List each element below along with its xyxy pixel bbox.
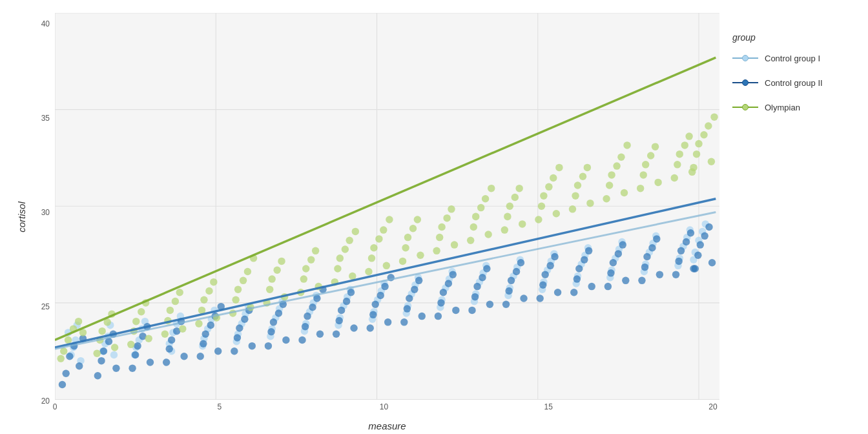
svg-point-235	[65, 336, 72, 344]
svg-point-147	[249, 342, 256, 350]
svg-point-335	[569, 205, 576, 213]
svg-point-241	[98, 327, 105, 335]
svg-point-140	[214, 347, 222, 355]
x-axis-label: measure	[55, 420, 719, 431]
svg-point-217	[643, 253, 650, 261]
svg-point-223	[677, 247, 685, 255]
svg-point-156	[309, 304, 316, 311]
svg-point-350	[681, 141, 688, 149]
svg-point-220	[641, 264, 648, 271]
svg-point-273	[273, 266, 280, 274]
svg-point-188	[479, 274, 486, 282]
svg-point-137	[207, 322, 214, 329]
svg-point-291	[370, 244, 377, 252]
svg-point-322	[501, 226, 508, 234]
svg-point-193	[508, 277, 515, 285]
legend-icon-control1	[732, 52, 758, 65]
svg-point-231	[705, 223, 712, 231]
svg-point-312	[482, 195, 489, 203]
svg-point-197	[520, 294, 527, 302]
svg-point-349	[676, 150, 683, 158]
svg-point-315	[467, 236, 474, 244]
svg-point-134	[180, 353, 187, 360]
svg-point-154	[265, 342, 272, 350]
svg-point-182	[445, 280, 452, 287]
svg-point-233	[708, 259, 716, 267]
svg-point-304	[438, 223, 445, 231]
svg-point-305	[443, 214, 450, 222]
svg-point-296	[365, 268, 372, 276]
svg-point-260	[205, 287, 212, 295]
svg-point-191	[486, 300, 493, 308]
svg-point-209	[588, 283, 595, 291]
svg-point-211	[610, 259, 617, 267]
svg-point-337	[613, 162, 620, 170]
svg-point-124	[134, 342, 141, 350]
svg-point-330	[574, 181, 581, 189]
svg-point-327	[553, 210, 560, 218]
svg-point-287	[334, 265, 341, 273]
svg-point-278	[302, 265, 309, 273]
svg-point-21	[110, 351, 118, 359]
svg-point-301	[402, 244, 409, 252]
svg-point-172	[384, 318, 391, 326]
svg-point-268	[232, 296, 239, 304]
svg-point-148	[231, 347, 238, 355]
svg-point-187	[473, 283, 480, 291]
svg-point-200	[546, 262, 553, 270]
svg-point-255	[176, 289, 183, 296]
svg-point-206	[581, 256, 588, 264]
svg-point-310	[472, 213, 479, 221]
svg-point-247	[132, 318, 140, 326]
svg-point-358	[693, 150, 700, 158]
svg-point-341	[603, 195, 610, 203]
chart-body: 0 5 10 15 20 measure	[55, 13, 719, 431]
svg-point-307	[436, 234, 443, 242]
svg-point-175	[406, 294, 413, 302]
svg-point-254	[172, 298, 179, 305]
svg-point-361	[710, 113, 718, 121]
svg-point-190	[471, 293, 479, 301]
svg-point-357	[705, 122, 712, 130]
svg-point-297	[386, 216, 393, 223]
svg-point-252	[127, 341, 134, 349]
svg-point-234	[692, 265, 699, 273]
legend-label-olympian: Olympian	[765, 103, 800, 112]
svg-point-186	[435, 313, 442, 320]
svg-point-169	[377, 292, 384, 300]
svg-point-240	[57, 355, 64, 362]
svg-point-299	[409, 225, 417, 232]
x-tick-5: 5	[213, 402, 226, 419]
svg-point-163	[343, 298, 350, 305]
svg-point-356	[700, 131, 707, 139]
svg-point-300	[414, 216, 421, 223]
svg-point-281	[300, 275, 307, 283]
svg-point-228	[672, 271, 679, 278]
svg-point-171	[369, 311, 377, 319]
svg-point-286	[346, 236, 353, 244]
svg-point-198	[502, 300, 510, 308]
svg-point-181	[440, 289, 447, 296]
svg-point-208	[574, 275, 581, 283]
svg-point-194	[513, 268, 520, 276]
svg-point-279	[307, 256, 315, 264]
legend-icon-control2	[732, 76, 758, 89]
svg-point-204	[536, 294, 543, 302]
svg-point-317	[506, 203, 513, 211]
x-tick-20: 20	[707, 402, 719, 419]
svg-point-346	[640, 171, 647, 179]
svg-point-294	[368, 254, 375, 262]
svg-point-189	[483, 265, 490, 273]
svg-point-144	[241, 315, 248, 323]
svg-point-343	[642, 161, 649, 169]
svg-point-133	[166, 346, 173, 353]
svg-point-114	[76, 362, 83, 370]
svg-point-334	[586, 200, 594, 207]
svg-point-311	[477, 204, 484, 212]
svg-point-303	[399, 258, 406, 265]
x-tick-0: 0	[48, 402, 61, 419]
svg-point-212	[615, 250, 622, 258]
svg-point-328	[535, 216, 542, 223]
svg-point-314	[484, 231, 491, 238]
svg-point-245	[111, 344, 118, 351]
